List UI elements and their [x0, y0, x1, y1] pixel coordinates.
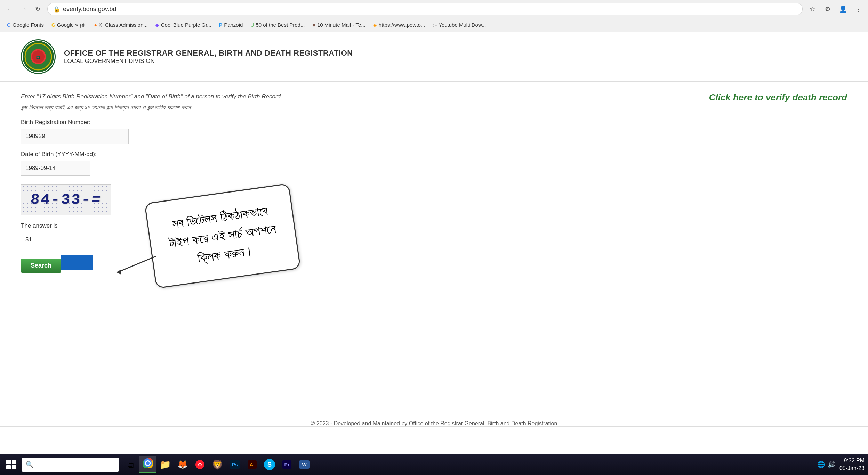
50-best-icon: U: [250, 22, 254, 28]
taskbar-premiere[interactable]: Pr: [278, 456, 296, 473]
nav-buttons: ← → ↻: [3, 3, 44, 15]
bookmark-label: Cool Blue Purple Gr...: [161, 22, 211, 28]
opera-icon: O: [195, 460, 204, 469]
logo-circle: 🇧🇩: [21, 39, 56, 74]
network-icon: 🌐: [817, 461, 825, 468]
taskbar-skype[interactable]: S: [261, 456, 278, 473]
bookmark-star-button[interactable]: ☆: [806, 3, 819, 15]
instruction-bn: জন্ম নিবন্ধন তথ্য যাচাই এর জন্য ১৭ অংকের…: [21, 103, 847, 112]
bookmark-label: Youtube Multi Dow...: [439, 22, 486, 28]
illustrator-icon: Ai: [248, 460, 257, 469]
bookmark-label: XI Class Admission...: [99, 22, 148, 28]
bookmark-label: 50 of the Best Prod...: [256, 22, 305, 28]
taskbar-file-explorer[interactable]: 📁: [156, 456, 174, 473]
taskbar-time-display: 9:32 PM: [839, 457, 865, 465]
bookmark-powtoon[interactable]: ◈ https://www.powto...: [370, 21, 428, 29]
bookmark-xi-class[interactable]: ● XI Class Admission...: [90, 21, 151, 29]
captcha-image: 84-33-=: [21, 184, 111, 215]
bookmark-label: Panzoid: [224, 22, 243, 28]
bookmark-label: https://www.powto...: [379, 22, 425, 28]
site-header: 🇧🇩 OFFICE OF THE REGISTRAR GENERAL, BIRT…: [0, 32, 868, 81]
taskbar-word[interactable]: W: [296, 456, 313, 473]
xi-class-icon: ●: [94, 22, 97, 28]
task-view-icon: ⧉: [127, 459, 134, 470]
forward-button[interactable]: →: [17, 3, 30, 15]
bookmarks-bar: G Google Fonts G Google অনুবাদ ● XI Clas…: [0, 18, 868, 32]
tooltip-bubble: সব ডিটেলস ঠিকঠাকভাবে টাইপ করে এই সার্চ অ…: [144, 183, 301, 289]
start-button[interactable]: [3, 457, 19, 472]
cool-blue-icon: ◆: [155, 22, 159, 28]
brave-icon: 🦁: [212, 459, 223, 470]
extensions-button[interactable]: ⚙: [821, 3, 834, 15]
taskbar-firefox[interactable]: 🦊: [174, 456, 191, 473]
powtoon-icon: ◈: [373, 22, 377, 28]
tooltip-text: সব ডিটেলস ঠিকঠাকভাবে টাইপ করে এই সার্চ অ…: [164, 200, 280, 271]
bookmark-google-translate[interactable]: G Google অনুবাদ: [48, 21, 90, 30]
taskbar-chrome[interactable]: [139, 456, 156, 473]
file-explorer-icon: 📁: [160, 459, 171, 470]
svg-line-4: [116, 256, 158, 272]
toolbar-icons: ☆ ⚙ 👤 ⋮: [806, 3, 865, 15]
google-translate-icon: G: [51, 22, 55, 28]
word-icon: W: [299, 460, 309, 469]
taskbar-clock: 9:32 PM 05-Jan-23: [839, 457, 865, 473]
division-name: LOCAL GOVERNMENT DIVISION: [64, 58, 353, 65]
dob-label: Date of Birth (YYYY-MM-dd):: [21, 151, 847, 158]
taskbar-illustrator[interactable]: Ai: [243, 456, 261, 473]
birth-reg-input[interactable]: [21, 129, 129, 144]
taskbar-opera[interactable]: O: [191, 456, 209, 473]
birth-reg-group: Birth Registration Number:: [21, 119, 847, 144]
youtube-multi-icon: ◎: [433, 22, 437, 28]
browser-chrome: ← → ↻ 🔒 everify.bdris.gov.bd ☆ ⚙ 👤 ⋮ G G…: [0, 0, 868, 32]
dob-group: Date of Birth (YYYY-MM-dd):: [21, 151, 847, 176]
bookmark-10min-mail[interactable]: ■ 10 Minute Mail - Te...: [309, 21, 369, 29]
premiere-icon: Pr: [282, 460, 292, 469]
bookmark-panzoid[interactable]: P Panzoid: [216, 21, 247, 29]
google-fonts-icon: G: [7, 22, 11, 28]
taskbar-search-icon: 🔍: [26, 461, 33, 468]
back-button[interactable]: ←: [3, 3, 16, 15]
10min-mail-icon: ■: [312, 22, 315, 28]
dob-input[interactable]: [21, 161, 90, 176]
verify-death-link[interactable]: Click here to verify death record: [709, 92, 847, 103]
search-button[interactable]: Search: [21, 259, 61, 273]
url-text: everify.bdris.gov.bd: [63, 6, 797, 13]
blue-extension: [61, 255, 93, 270]
taskbar-photoshop[interactable]: Ps: [226, 456, 243, 473]
skype-icon: S: [264, 459, 275, 470]
reload-button[interactable]: ↻: [31, 3, 44, 15]
taskbar-date-display: 05-Jan-23: [839, 465, 865, 472]
header-text: OFFICE OF THE REGISTRAR GENERAL, BIRTH A…: [64, 49, 353, 65]
taskbar-search[interactable]: 🔍: [22, 458, 119, 472]
captcha-text: 84-33-=: [30, 191, 103, 208]
browser-toolbar: ← → ↻ 🔒 everify.bdris.gov.bd ☆ ⚙ 👤 ⋮: [0, 0, 868, 18]
taskbar-brave[interactable]: 🦁: [209, 456, 226, 473]
photoshop-icon: Ps: [230, 460, 240, 469]
answer-label: The answer is: [21, 222, 847, 229]
birth-reg-label: Birth Registration Number:: [21, 119, 847, 126]
taskbar-system-icons: 🌐 🔊: [817, 461, 835, 468]
bookmark-cool-blue[interactable]: ◆ Cool Blue Purple Gr...: [152, 21, 215, 29]
svg-text:🇧🇩: 🇧🇩: [36, 55, 41, 60]
taskbar-task-view[interactable]: ⧉: [122, 456, 139, 473]
menu-button[interactable]: ⋮: [852, 3, 865, 15]
answer-input[interactable]: [21, 232, 90, 247]
bookmark-label: Google অনুবাদ: [57, 22, 87, 28]
volume-icon: 🔊: [828, 461, 835, 468]
main-content: Enter "17 digits Birth Registration Numb…: [0, 82, 868, 283]
bookmark-label: 10 Minute Mail - Te...: [317, 22, 365, 28]
site-footer: © 2023 - Developed and Maintained by Off…: [0, 413, 868, 434]
svg-point-8: [146, 461, 150, 465]
panzoid-icon: P: [219, 22, 222, 28]
address-bar[interactable]: 🔒 everify.bdris.gov.bd: [47, 3, 803, 15]
bookmark-google-fonts[interactable]: G Google Fonts: [3, 21, 47, 29]
taskbar: 🔍 ⧉ 📁 🦊 O 🦁 Ps Ai: [0, 454, 868, 475]
profile-button[interactable]: 👤: [837, 3, 849, 15]
bookmark-label: Google Fonts: [13, 22, 44, 28]
org-name: OFFICE OF THE REGISTRAR GENERAL, BIRTH A…: [64, 49, 353, 58]
lock-icon: 🔒: [53, 6, 60, 13]
answer-group: The answer is: [21, 222, 847, 247]
bookmark-youtube-multi[interactable]: ◎ Youtube Multi Dow...: [429, 21, 489, 29]
bookmark-50-best[interactable]: U 50 of the Best Prod...: [247, 21, 308, 29]
taskbar-right: 🌐 🔊 9:32 PM 05-Jan-23: [817, 457, 865, 473]
